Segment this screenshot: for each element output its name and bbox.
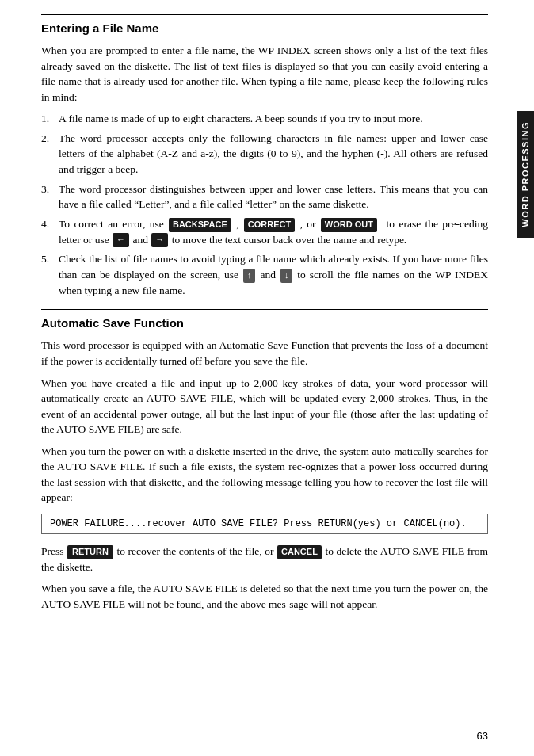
list-content-5: Check the list of file names to avoid ty… (59, 251, 488, 298)
return-key: RETURN (67, 545, 113, 559)
sidebar-text: WORD PROCESSING (521, 121, 530, 227)
page: WORD PROCESSING Entering a File Name Whe… (0, 0, 534, 756)
section1-list: 1. A file name is made of up to eight ch… (41, 111, 488, 298)
list-num-1: 1. (41, 111, 59, 127)
list-item: 2. The word processor accepts only the f… (41, 131, 488, 178)
section2-para1: This word processor is equipped with an … (41, 338, 488, 368)
down-arrow-key: ↓ (280, 269, 293, 283)
list-item: 5. Check the list of file names to avoid… (41, 251, 488, 298)
right-arrow-key: → (151, 233, 168, 247)
backspace-key: BACKSPACE (169, 218, 231, 232)
page-number: 63 (477, 730, 488, 742)
list-content-1: A file name is made of up to eight chara… (59, 111, 488, 127)
word-out-key: WORD OUT (321, 218, 377, 232)
list-item: 1. A file name is made of up to eight ch… (41, 111, 488, 127)
up-arrow-key: ↑ (243, 269, 256, 283)
sidebar-label: WORD PROCESSING (517, 111, 534, 238)
terminal-text: POWER FAILURE....recover AUTO SAVE FILE?… (50, 518, 467, 529)
section-entering-file-name: Entering a File Name When you are prompt… (41, 21, 488, 298)
section1-title: Entering a File Name (41, 21, 488, 35)
terminal-message: POWER FAILURE....recover AUTO SAVE FILE?… (41, 514, 488, 534)
list-num-5: 5. (41, 251, 59, 267)
section-divider (41, 309, 488, 310)
correct-key: CORRECT (244, 218, 295, 232)
section2-para5: When you save a file, the AUTO SAVE FILE… (41, 581, 488, 612)
left-arrow-key: ← (113, 233, 129, 247)
list-content-3: The word processor distinguishes between… (59, 181, 488, 212)
list-content-4: To correct an error, use BACKSPACE , COR… (59, 216, 488, 248)
section2-para2: When you have created a file and input u… (41, 376, 488, 437)
list-num-4: 4. (41, 216, 59, 232)
section2-para3: When you turn the power on with a disket… (41, 444, 488, 506)
top-rule (41, 14, 488, 15)
cancel-key: CANCEL (277, 545, 322, 559)
section2-title: Automatic Save Function (41, 316, 488, 330)
list-item: 4. To correct an error, use BACKSPACE , … (41, 216, 488, 248)
list-num-2: 2. (41, 131, 59, 147)
list-num-3: 3. (41, 181, 59, 197)
list-item: 3. The word processor distinguishes betw… (41, 181, 488, 212)
section2-para4: Press RETURN to recover the contents of … (41, 544, 488, 575)
list-content-2: The word processor accepts only the foll… (59, 131, 488, 178)
section1-intro: When you are prompted to enter a file na… (41, 43, 488, 105)
section-auto-save: Automatic Save Function This word proces… (41, 316, 488, 612)
